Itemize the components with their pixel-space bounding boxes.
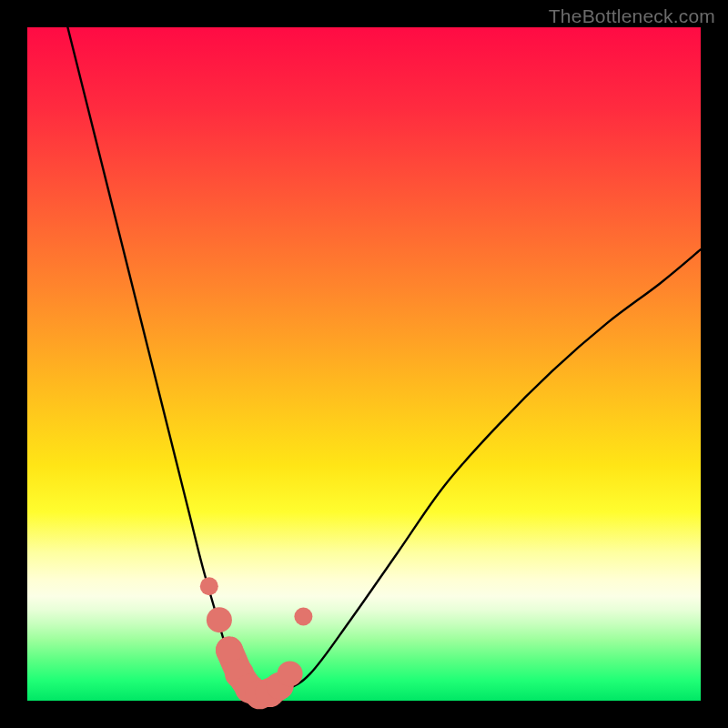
marker-point (294, 608, 312, 626)
bottleneck-curve (67, 27, 701, 695)
chart-frame: TheBottleneck.com (0, 0, 728, 728)
marker-point (278, 661, 303, 686)
chart-svg (27, 27, 701, 701)
plot-area (27, 27, 701, 701)
marker-point (207, 607, 232, 632)
highlight-markers (200, 577, 313, 709)
marker-point (200, 577, 218, 595)
watermark-text: TheBottleneck.com (549, 5, 715, 27)
